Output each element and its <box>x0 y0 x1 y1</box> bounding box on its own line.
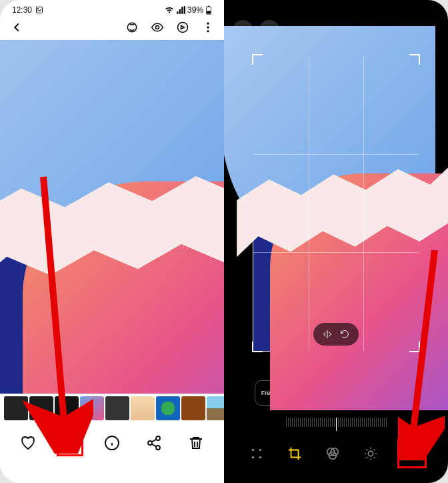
delete-button[interactable] <box>183 430 209 456</box>
thumbnail[interactable] <box>80 396 104 420</box>
battery-icon <box>205 5 212 15</box>
svg-point-20 <box>259 456 261 459</box>
svg-point-26 <box>413 452 415 453</box>
sticker-icon <box>405 446 419 461</box>
edit-button[interactable] <box>57 430 83 456</box>
smart-view-button[interactable] <box>176 21 189 34</box>
gallery-top-bar <box>0 16 224 40</box>
svg-point-12 <box>148 441 152 445</box>
svg-point-9 <box>207 30 209 32</box>
thumbnail-strip[interactable] <box>0 394 224 423</box>
svg-rect-3 <box>208 6 210 7</box>
svg-point-6 <box>156 26 159 29</box>
editor-tools-bar <box>224 434 448 478</box>
trash-icon <box>188 435 204 451</box>
signal-icon <box>176 5 185 15</box>
status-time: 12:30 <box>12 5 32 15</box>
crop-tool-button[interactable] <box>283 442 306 465</box>
bixby-vision-icon <box>125 21 139 34</box>
crop-grid <box>253 55 419 351</box>
share-icon <box>146 435 162 451</box>
crop-handle-bl[interactable] <box>252 342 263 352</box>
bixby-vision-button[interactable] <box>125 21 139 34</box>
svg-rect-0 <box>37 7 43 13</box>
status-bar: 12:30 39% <box>0 0 224 16</box>
svg-point-19 <box>251 456 254 459</box>
heart-icon <box>20 435 36 451</box>
more-vertical-icon <box>201 21 215 34</box>
svg-point-18 <box>259 449 261 452</box>
info-button[interactable] <box>99 430 125 456</box>
more-options-button[interactable] <box>201 21 215 34</box>
thumbnail[interactable] <box>105 396 129 420</box>
battery-text: 39% <box>187 5 203 15</box>
stickers-button[interactable] <box>401 442 423 465</box>
rotate-icon <box>339 329 350 340</box>
wifi-icon <box>165 5 174 15</box>
svg-point-13 <box>156 446 160 450</box>
flip-h-icon <box>322 329 333 340</box>
svg-point-17 <box>251 449 254 452</box>
rotate-button[interactable] <box>337 327 352 342</box>
gallery-bottom-bar <box>0 423 224 463</box>
rotation-dial[interactable] <box>224 412 448 434</box>
pencil-icon <box>62 435 78 451</box>
svg-point-8 <box>207 26 209 28</box>
cast-icon <box>176 21 189 34</box>
thumbnail[interactable] <box>156 396 180 420</box>
crop-icon <box>287 446 302 461</box>
thumbnail[interactable] <box>29 396 53 420</box>
eye-icon <box>151 21 164 34</box>
filters-icon <box>325 446 340 461</box>
thumbnail[interactable] <box>131 396 155 420</box>
thumbnail[interactable] <box>181 396 205 420</box>
svg-point-1 <box>37 8 39 9</box>
thumbnail[interactable] <box>4 396 28 420</box>
brightness-icon <box>363 446 378 461</box>
share-button[interactable] <box>141 430 167 456</box>
auto-adjust-button[interactable] <box>245 442 268 465</box>
crop-handle-tl[interactable] <box>252 54 263 65</box>
svg-point-7 <box>207 23 209 25</box>
auto-icon <box>249 446 264 461</box>
view-button[interactable] <box>151 21 164 34</box>
filters-button[interactable] <box>321 442 344 465</box>
image-viewer[interactable] <box>0 40 224 394</box>
info-icon <box>104 435 120 451</box>
svg-rect-4 <box>207 11 211 13</box>
thumbnail[interactable] <box>207 396 224 420</box>
favorite-button[interactable] <box>15 430 41 456</box>
thumbnail[interactable] <box>55 396 79 420</box>
svg-point-24 <box>368 451 373 456</box>
image-indicator-icon <box>35 6 43 14</box>
chevron-left-icon <box>9 20 24 35</box>
crop-handle-tr[interactable] <box>409 54 420 65</box>
back-button[interactable] <box>9 20 24 35</box>
adjust-button[interactable] <box>359 442 382 465</box>
svg-point-11 <box>156 436 160 440</box>
crop-preview[interactable] <box>224 48 448 358</box>
crop-handle-br[interactable] <box>409 342 420 352</box>
flip-horizontal-button[interactable] <box>320 327 335 342</box>
svg-point-25 <box>410 452 411 453</box>
